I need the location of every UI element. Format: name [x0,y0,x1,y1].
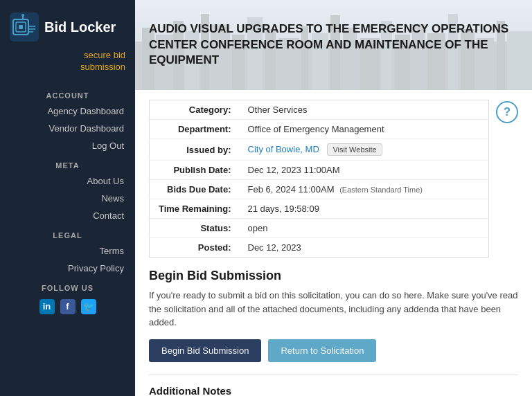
table-row: Status: open [150,219,489,238]
bids-due-value: Feb 6, 2024 11:00AM [248,184,335,195]
hero-banner: AUDIO VISUAL UPGRADES TO THE EMERGENCY O… [135,0,532,90]
sidebar-tagline: secure bid submission [0,50,135,84]
sidebar-item-vendor-dashboard[interactable]: Vendor Dashboard [0,120,135,137]
return-to-solicitation-button[interactable]: Return to Solicitation [268,339,376,362]
sidebar-section-account: ACCOUNT [0,84,135,102]
twitter-icon[interactable]: 🐦 [81,299,96,314]
additional-notes-title: Additional Notes [149,375,518,397]
begin-bid-submission-button[interactable]: Begin Bid Submission [149,339,261,362]
posted-value: Dec 12, 2023 [240,238,489,258]
table-row: Department: Office of Emergency Manageme… [150,120,489,139]
hero-title-overlay: AUDIO VISUAL UPGRADES TO THE EMERGENCY O… [135,0,532,90]
sidebar-item-news[interactable]: News [0,190,135,207]
table-row: Issued by: City of Bowie, MD Visit Websi… [150,139,489,161]
facebook-icon[interactable]: f [60,299,76,314]
department-label: Department: [150,120,240,139]
status-label: Status: [150,219,240,238]
sidebar-item-privacy-policy[interactable]: Privacy Policy [0,260,135,277]
time-remaining-label: Time Remaining: [150,199,240,219]
svg-rect-3 [19,25,23,29]
time-remaining-value: 21 days, 19:58:09 [240,199,489,219]
posted-label: Posted: [150,238,240,258]
table-row: Time Remaining: 21 days, 19:58:09 [150,199,489,219]
sidebar-item-log-out[interactable]: Log Out [0,137,135,154]
table-row: Category: Other Services [150,100,489,120]
begin-bid-title: Begin Bid Submission [149,269,518,283]
publish-date-value: Dec 12, 2023 11:00AM [240,161,489,180]
issued-by-label: Issued by: [150,139,240,161]
action-buttons: Begin Bid Submission Return to Solicitat… [149,339,518,362]
category-label: Category: [150,100,240,120]
sidebar-item-agency-dashboard[interactable]: Agency Dashboard [0,102,135,120]
logo: Bid Locker [0,0,135,50]
visit-website-button[interactable]: Visit Website [327,143,382,156]
main-content: AUDIO VISUAL UPGRADES TO THE EMERGENCY O… [135,0,532,396]
help-icon[interactable]: ? [496,101,518,123]
table-row: Publish Date: Dec 12, 2023 11:00AM [150,161,489,180]
hero-title: AUDIO VISUAL UPGRADES TO THE EMERGENCY O… [149,21,518,69]
publish-date-label: Publish Date: [150,161,240,180]
status-value: open [240,219,489,238]
linkedin-icon[interactable]: in [39,299,55,314]
svg-rect-0 [10,12,39,42]
social-icons: in f 🐦 [0,295,135,324]
bids-due-note: (Eastern Standard Time) [339,186,423,194]
sidebar-section-legal: LEGAL [0,224,135,242]
sidebar-item-about-us[interactable]: About Us [0,172,135,190]
bid-info-table: Category: Other Services Department: Off… [149,100,489,258]
logo-icon [10,12,39,42]
sidebar-item-contact[interactable]: Contact [0,207,135,224]
category-value: Other Services [240,100,489,120]
table-row: Bids Due Date: Feb 6, 2024 11:00AM (East… [150,180,489,199]
svg-point-5 [21,14,24,17]
sidebar-item-terms[interactable]: Terms [0,242,135,260]
department-value: Office of Emergency Management [240,120,489,139]
sidebar: Bid Locker secure bid submission ACCOUNT… [0,0,135,396]
begin-bid-description: If you're ready to submit a bid on this … [149,289,518,330]
sidebar-section-follow: FOLLOW US [0,277,135,295]
logo-text: Bid Locker [44,19,116,35]
table-row: Posted: Dec 12, 2023 [150,238,489,258]
bids-due-label: Bids Due Date: [150,180,240,199]
sidebar-section-meta: META [0,154,135,172]
issued-by-link[interactable]: City of Bowie, MD [248,144,319,154]
content-area: Category: Other Services Department: Off… [135,90,532,396]
info-table-wrapper: Category: Other Services Department: Off… [149,100,518,258]
